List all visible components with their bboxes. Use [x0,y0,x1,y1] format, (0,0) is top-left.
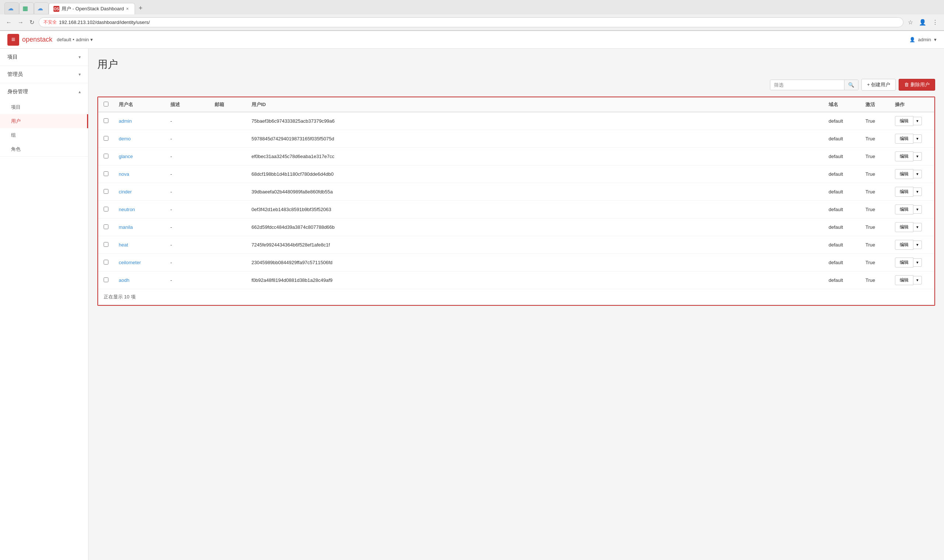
row-edit-button-nova[interactable]: 编辑 [895,169,913,179]
row-edit-button-heat[interactable]: 编辑 [895,240,913,250]
row-userid-cell: 5978845d74294019873165f035f5075d [246,130,824,148]
user-link-aodh[interactable]: aodh [119,277,130,283]
row-desc-cell: - [165,254,210,272]
row-edit-button-manila[interactable]: 编辑 [895,222,913,232]
search-button[interactable]: 🔍 [844,80,858,90]
search-input[interactable] [770,80,844,90]
back-button[interactable]: ← [5,18,13,26]
user-link-demo[interactable]: demo [119,136,131,142]
row-desc-cell: - [165,201,210,218]
row-edit-button-glance[interactable]: 编辑 [895,151,913,162]
select-all-checkbox[interactable] [103,102,108,106]
user-link-neutron[interactable]: neutron [119,207,135,212]
col-header-username: 用户名 [114,98,165,112]
row-checkbox-5[interactable] [103,207,108,211]
sidebar-item-projects[interactable]: 项目 [0,100,88,114]
row-username-cell: manila [114,218,165,236]
forward-button[interactable]: → [16,18,25,26]
sidebar-section-admin-label: 管理员 [8,71,23,78]
sidebar-section-project: 项目 ▾ [0,49,88,66]
user-chevron[interactable]: ▾ [934,37,936,42]
sidebar-section-identity-chevron: ▴ [79,89,81,94]
row-active-cell: True [860,130,890,148]
user-link-glance[interactable]: glance [119,154,133,159]
row-desc-cell: - [165,183,210,201]
row-desc-cell: - [165,165,210,183]
browser-menu-button[interactable]: ⋮ [931,18,939,26]
user-link-admin[interactable]: admin [119,118,132,124]
row-dropdown-button-heat[interactable]: ▾ [913,241,922,249]
row-checkbox-9[interactable] [103,277,108,282]
row-active-cell: True [860,183,890,201]
row-edit-button-ceilometer[interactable]: 编辑 [895,257,913,268]
sidebar-section-admin-header[interactable]: 管理员 ▾ [0,66,88,83]
row-dropdown-button-ceilometer[interactable]: ▾ [913,258,922,267]
row-checkbox-2[interactable] [103,154,108,158]
row-dropdown-button-demo[interactable]: ▾ [913,134,922,143]
row-dropdown-button-aodh[interactable]: ▾ [913,276,922,285]
user-link-ceilometer[interactable]: ceilometer [119,260,141,265]
row-action-group: 编辑 ▾ [895,275,929,285]
row-desc-cell: - [165,112,210,130]
user-link-heat[interactable]: heat [119,242,128,248]
sidebar-section-project-label: 项目 [8,54,18,60]
delete-user-button[interactable]: 🗑 删除用户 [899,79,935,91]
row-edit-button-neutron[interactable]: 编辑 [895,205,913,214]
user-link-cinder[interactable]: cinder [119,189,132,194]
row-dropdown-button-neutron[interactable]: ▾ [913,205,922,214]
row-action-group: 编辑 ▾ [895,222,929,232]
bookmark-button[interactable]: ☆ [906,18,915,26]
sidebar-section-project-header[interactable]: 项目 ▾ [0,49,88,66]
row-checkbox-1[interactable] [103,136,108,141]
browser-tab-inactive-3[interactable]: ☁ [34,2,49,14]
row-edit-button-aodh[interactable]: 编辑 [895,275,913,285]
row-checkbox-0[interactable] [103,118,108,123]
app-container: 项目 ▾ 管理员 ▾ 身份管理 ▴ 项目 [0,49,944,560]
browser-tab-inactive-1[interactable]: ☁ [5,2,19,14]
cloud-icon-2: ☁ [37,5,43,12]
address-bar[interactable]: 不安全 192.168.213.102/dashboard/identity/u… [39,17,904,27]
sidebar-item-projects-label: 项目 [11,104,21,110]
new-tab-button[interactable]: + [135,2,147,14]
row-dropdown-button-cinder[interactable]: ▾ [913,188,922,196]
sidebar-section-project-chevron: ▾ [79,54,81,60]
row-active-cell: True [860,254,890,272]
row-dropdown-button-nova[interactable]: ▾ [913,170,922,178]
sidebar-item-users[interactable]: 用户 [0,114,88,128]
row-edit-button-cinder[interactable]: 编辑 [895,187,913,197]
sidebar-section-identity-header[interactable]: 身份管理 ▴ [0,83,88,100]
user-link-manila[interactable]: manila [119,225,133,230]
browser-tab-active[interactable]: OS 用户 - OpenStack Dashboard × [49,3,135,14]
sidebar-item-roles-label: 角色 [11,146,21,152]
row-userid-cell: 75baef3b6c974333825acb37379c99a6 [246,112,824,130]
row-checkbox-6[interactable] [103,225,108,229]
tab-title: 用户 - OpenStack Dashboard [62,6,124,12]
row-checkbox-4[interactable] [103,189,108,194]
row-active-cell: True [860,236,890,254]
row-active-cell: True [860,218,890,236]
browser-tab-inactive-2[interactable]: ▦ [19,2,34,14]
sidebar-item-groups[interactable]: 组 [0,128,88,142]
row-checkbox-8[interactable] [103,260,108,265]
sidebar-item-roles[interactable]: 角色 [0,142,88,156]
row-dropdown-button-admin[interactable]: ▾ [913,117,922,125]
project-chevron[interactable]: ▾ [90,37,93,42]
row-action-cell: 编辑 ▾ [890,183,934,201]
row-checkbox-3[interactable] [103,171,108,176]
row-active-cell: True [860,272,890,289]
refresh-button[interactable]: ↻ [28,18,36,26]
row-dropdown-button-manila[interactable]: ▾ [913,223,922,231]
row-edit-button-demo[interactable]: 编辑 [895,134,913,144]
account-button[interactable]: 👤 [918,18,928,26]
sidebar-identity-items: 项目 用户 组 角色 [0,100,88,156]
row-email-cell [210,236,246,254]
row-action-cell: 编辑 ▾ [890,165,934,183]
row-edit-button-admin[interactable]: 编辑 [895,116,913,126]
row-checkbox-7[interactable] [103,242,108,247]
tab-close-button[interactable]: × [126,6,129,11]
row-dropdown-button-glance[interactable]: ▾ [913,152,922,161]
row-domain-cell: default [824,272,860,289]
user-link-nova[interactable]: nova [119,171,129,177]
row-checkbox-cell [99,218,114,236]
create-user-button[interactable]: + 创建用户 [861,79,896,91]
